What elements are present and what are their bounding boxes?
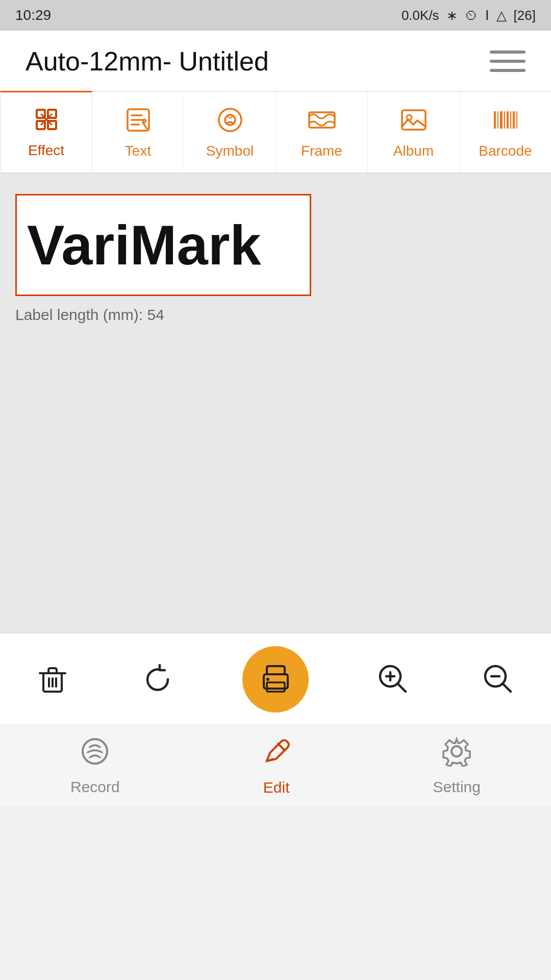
menu-button[interactable] — [490, 51, 525, 72]
svg-point-43 — [452, 746, 462, 756]
refresh-button[interactable] — [137, 659, 178, 700]
label-text: VariMark — [27, 217, 261, 273]
svg-rect-19 — [500, 111, 503, 129]
setting-label: Setting — [433, 778, 481, 796]
status-bar: 10:29 0.0K/s ∗ ⏲ Ⅰ △ [26] — [0, 0, 551, 31]
svg-rect-31 — [267, 682, 285, 692]
svg-line-41 — [278, 744, 284, 750]
signal-icon: Ⅰ — [485, 8, 489, 23]
record-icon — [80, 736, 110, 773]
svg-point-32 — [266, 678, 269, 681]
top-bar: Auto-12mm- Untitled — [0, 31, 551, 92]
svg-point-11 — [219, 109, 241, 131]
nav-record[interactable]: Record — [70, 736, 120, 796]
text-icon — [123, 105, 153, 139]
svg-line-39 — [503, 684, 511, 692]
tab-album-label: Album — [393, 143, 434, 159]
tab-symbol-label: Symbol — [206, 143, 254, 159]
tab-effect-label: Effect — [28, 142, 64, 159]
setting-icon — [441, 736, 472, 773]
network-speed: 0.0K/s — [402, 8, 439, 23]
record-label: Record — [70, 778, 120, 796]
tab-text-label: Text — [125, 143, 151, 159]
alarm-icon: ⏲ — [465, 8, 478, 23]
bluetooth-icon: ∗ — [446, 8, 458, 23]
status-time: 10:29 — [15, 7, 51, 23]
tab-barcode-label: Barcode — [479, 143, 532, 159]
barcode-icon — [491, 105, 520, 139]
battery-icon: [26] — [514, 8, 536, 23]
edit-icon — [261, 736, 292, 774]
label-canvas[interactable]: VariMark — [15, 194, 311, 296]
tab-text[interactable]: Text — [92, 92, 184, 173]
delete-button[interactable] — [32, 659, 73, 700]
zoom-in-button[interactable] — [373, 659, 414, 700]
symbol-icon — [215, 105, 245, 139]
zoom-out-button[interactable] — [478, 659, 519, 700]
print-button[interactable] — [242, 646, 309, 713]
canvas-area: VariMark Label length (mm): 54 — [0, 174, 551, 633]
frame-icon — [307, 105, 337, 139]
nav-edit[interactable]: Edit — [261, 736, 292, 796]
tab-frame[interactable]: Frame — [276, 92, 368, 173]
svg-rect-20 — [504, 111, 505, 129]
bottom-nav: Record Edit Setting — [0, 725, 551, 806]
effect-icon — [32, 105, 61, 138]
tab-symbol[interactable]: Symbol — [184, 92, 276, 173]
svg-rect-18 — [497, 111, 498, 129]
tab-barcode[interactable]: Barcode — [460, 92, 551, 173]
tool-tabs: Effect Text Symbol — [0, 92, 551, 174]
tab-album[interactable]: Album — [368, 92, 460, 173]
svg-rect-15 — [402, 110, 425, 130]
label-length: Label length (mm): 54 — [15, 306, 536, 324]
svg-rect-24 — [516, 111, 517, 129]
svg-rect-23 — [513, 111, 515, 129]
tab-frame-label: Frame — [301, 143, 342, 159]
svg-point-40 — [83, 739, 107, 764]
svg-rect-22 — [510, 111, 511, 129]
svg-point-10 — [143, 119, 146, 122]
svg-rect-17 — [494, 111, 496, 129]
status-right: 0.0K/s ∗ ⏲ Ⅰ △ [26] — [402, 8, 536, 23]
album-icon — [399, 105, 429, 139]
svg-rect-21 — [507, 111, 509, 129]
svg-line-36 — [398, 684, 406, 692]
tab-effect[interactable]: Effect — [0, 91, 92, 173]
nav-setting[interactable]: Setting — [433, 736, 481, 796]
toolbar — [0, 633, 551, 725]
page-title: Auto-12mm- Untitled — [26, 46, 269, 77]
wifi-icon: △ — [496, 8, 507, 23]
edit-label: Edit — [263, 779, 290, 796]
